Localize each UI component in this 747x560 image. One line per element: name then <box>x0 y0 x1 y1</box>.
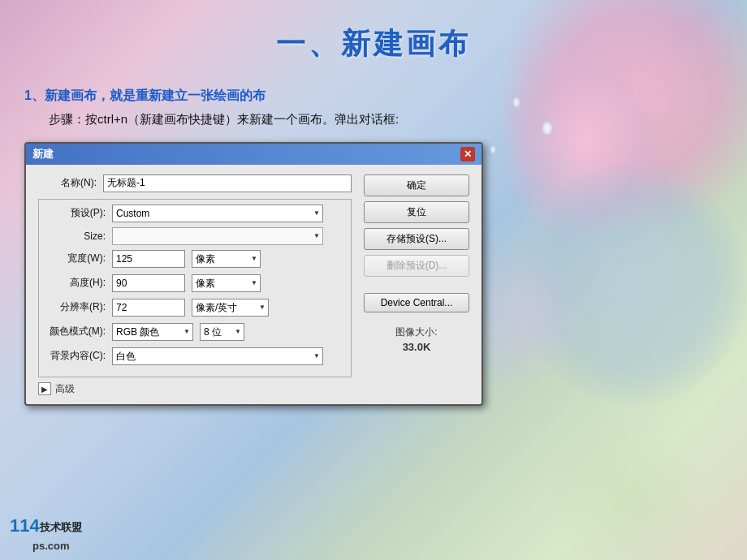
color-mode-select[interactable]: RGB 颜色 <box>112 323 193 341</box>
height-input[interactable] <box>112 274 185 292</box>
bg-content-label: 背景内容(C): <box>47 349 112 363</box>
name-input[interactable] <box>103 174 352 192</box>
title-area: 一、新建画布 <box>24 24 723 64</box>
color-mode-label: 颜色模式(M): <box>47 325 112 338</box>
watermark-site: ps.com <box>32 540 70 552</box>
dialog-form-right: 确定 复位 存储预设(S)... 删除预设(D)... Device Centr… <box>364 174 469 396</box>
bit-depth-select[interactable]: 8 位 <box>200 323 244 341</box>
watermark-number: 114 <box>10 515 40 536</box>
reset-button[interactable]: 复位 <box>364 201 469 223</box>
desc-line1: 1、新建画布，就是重新建立一张绘画的布 <box>24 84 723 108</box>
bg-content-select-wrapper: 白色 <box>112 347 323 365</box>
watermark-brand: 技术联盟 <box>40 521 82 533</box>
preset-row: 预设(P): Custom <box>47 205 343 222</box>
size-select-wrapper <box>112 227 323 245</box>
watermark: 114技术联盟 ps.com <box>10 515 82 554</box>
dialog-titlebar: 新建 ✕ <box>26 144 481 165</box>
height-label: 高度(H): <box>47 276 112 290</box>
width-row: 宽度(W): 像素 <box>47 250 343 268</box>
ok-button[interactable]: 确定 <box>364 174 469 196</box>
bit-depth-wrapper: 8 位 <box>200 323 244 341</box>
width-unit-wrapper: 像素 <box>192 250 261 268</box>
resolution-label: 分辨率(R): <box>47 300 112 314</box>
spacer <box>364 282 469 288</box>
new-canvas-dialog: 新建 ✕ 名称(N): 预设(P): <box>24 142 483 406</box>
advanced-label: 高级 <box>55 382 75 396</box>
resolution-input[interactable] <box>112 299 185 317</box>
preset-label: 预设(P): <box>47 206 112 220</box>
delete-preset-button: 删除预设(D)... <box>364 255 469 277</box>
size-row: Size: <box>47 227 343 245</box>
width-unit-select[interactable]: 像素 <box>192 250 261 268</box>
advanced-row: ▶ 高级 <box>38 382 352 396</box>
height-unit-select[interactable]: 像素 <box>192 274 261 292</box>
preset-select[interactable]: Custom <box>112 205 323 222</box>
dialog-body: 名称(N): 预设(P): Custom <box>26 165 481 404</box>
image-size-label: 图像大小: <box>364 325 469 339</box>
resolution-unit-wrapper: 像素/英寸 <box>192 299 269 317</box>
description-area: 1、新建画布，就是重新建立一张绘画的布 步骤：按ctrl+n（新建画布快捷键）来… <box>24 84 723 130</box>
preset-select-wrapper: Custom <box>112 205 323 222</box>
width-input[interactable] <box>112 250 185 268</box>
color-mode-select-wrapper: RGB 颜色 <box>112 323 193 341</box>
preset-section: 预设(P): Custom Size: <box>38 199 352 377</box>
resolution-row: 分辨率(R): 像素/英寸 <box>47 299 343 317</box>
height-unit-wrapper: 像素 <box>192 274 261 292</box>
main-title: 一、新建画布 <box>24 24 723 64</box>
bg-content-row: 背景内容(C): 白色 <box>47 347 343 365</box>
image-size-value: 33.0K <box>364 341 469 353</box>
save-preset-button[interactable]: 存储预设(S)... <box>364 228 469 250</box>
name-label: 名称(N): <box>38 176 103 190</box>
bg-content-select[interactable]: 白色 <box>112 347 323 365</box>
device-central-button[interactable]: Device Central... <box>364 293 469 312</box>
main-content: 一、新建画布 1、新建画布，就是重新建立一张绘画的布 步骤：按ctrl+n（新建… <box>0 0 747 422</box>
desc-line2: 步骤：按ctrl+n（新建画布快捷键）来新建一个画布。弹出对话框: <box>49 108 723 130</box>
dialog-form-left: 名称(N): 预设(P): Custom <box>38 174 352 396</box>
advanced-toggle[interactable]: ▶ <box>38 382 51 395</box>
resolution-unit-select[interactable]: 像素/英寸 <box>192 299 269 317</box>
size-select[interactable] <box>112 227 323 245</box>
dialog-close-button[interactable]: ✕ <box>460 147 475 162</box>
dialog-wrapper: 新建 ✕ 名称(N): 预设(P): <box>24 142 495 406</box>
image-size-section: 图像大小: 33.0K <box>364 325 469 353</box>
width-label: 宽度(W): <box>47 252 112 265</box>
name-row: 名称(N): <box>38 174 352 192</box>
dialog-title: 新建 <box>32 147 54 162</box>
color-mode-row: 颜色模式(M): RGB 颜色 8 位 <box>47 323 343 341</box>
height-row: 高度(H): 像素 <box>47 274 343 292</box>
size-label: Size: <box>47 230 112 242</box>
